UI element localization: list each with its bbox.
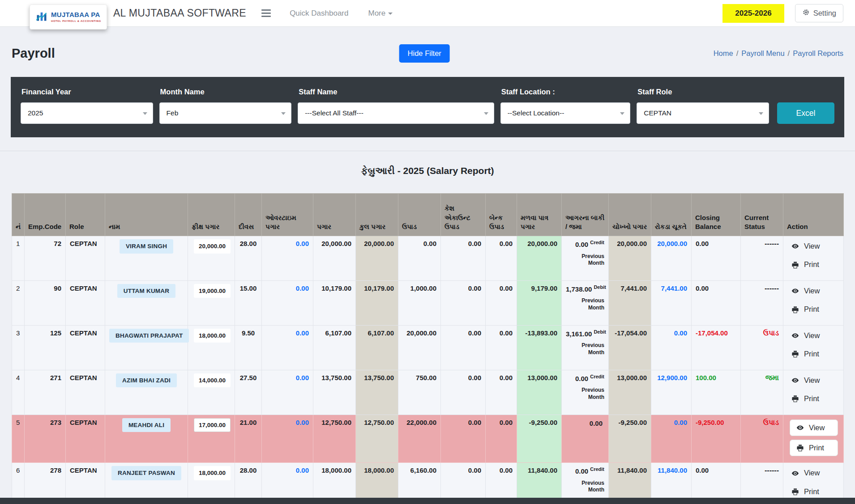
breadcrumb-payroll-menu[interactable]: Payroll Menu [741,49,784,57]
col-previous-balance: આગરના બાકી / જમા [562,194,609,236]
staff-location-label: Staff Location : [501,88,631,96]
table-row: 4 271 CEPTAN AZIM BHAI ZADI 14,000.00 27… [12,370,844,415]
table-row: 3 125 CEPTAN BHAGWATI PRAJAPAT 18,000.00… [12,325,844,370]
previous-amount: 0.00 [575,241,588,248]
cell-closing-balance: 0.00 [692,236,741,281]
staff-role-select[interactable]: CEPTAN [637,102,769,124]
view-label: View [804,331,820,340]
cell-cash-withdraw: 0.00 [441,236,486,281]
section-divider [0,151,855,151]
cell-bank-withdraw: 0.00 [486,280,517,325]
view-button[interactable]: View [790,330,821,341]
cell-payable: 20,000.00 [517,236,562,281]
excel-export-button[interactable]: Excel [777,102,834,124]
cell-no: 5 [12,415,25,463]
logo-subtitle: HOTEL PAYROLL & ACCOUNTING [51,20,101,23]
print-button[interactable]: Print [790,440,838,456]
cell-payable: 9,179.00 [517,280,562,325]
previous-type: Debit [594,329,606,335]
cell-total-salary: 6,107.00 [356,325,398,370]
fixed-salary-chip: 18,000.00 [194,329,231,343]
cell-net-salary: -9,250.00 [609,415,651,463]
cell-bank-withdraw: 0.00 [486,415,517,463]
cell-overtime: 0.00 [262,370,313,415]
cell-payable: -9,250.00 [517,415,562,463]
previous-amount: 1,738.00 [566,285,592,293]
view-label: View [809,423,825,432]
col-overtime: ઓવરટાઇમ પગાર [262,194,313,236]
cell-action: View Print [783,236,844,281]
cell-overtime: 0.00 [262,280,313,325]
table-header-row: નં Emp.Code Role નામ ફીક્ષ પગાર દીવસ ઓવર… [12,194,844,236]
cell-emp-code: 125 [25,325,66,370]
cell-overtime: 0.00 [262,415,313,463]
print-button[interactable]: Print [790,304,821,315]
print-button[interactable]: Print [790,486,821,497]
cell-withdraw: 1,000.00 [398,280,441,325]
cell-role: CEPTAN [66,325,105,370]
fixed-salary-chip: 19,000.00 [194,284,231,298]
cell-emp-code: 72 [25,236,66,281]
print-button[interactable]: Print [790,393,821,404]
previous-type: Credit [590,374,604,379]
cell-net-salary: -17,054.00 [609,325,651,370]
previous-note: Previous Month [566,253,604,267]
table-row: 1 72 CEPTAN VIRAM SINGH 20,000.00 28.00 … [12,236,844,281]
cell-previous-balance: 1,738.00Debit Previous Month [562,280,609,325]
staff-name-select[interactable]: ---Select All Staff--- [298,102,494,124]
nav-more-dropdown[interactable]: More [368,9,393,18]
col-withdraw: ઉપાડ [398,194,441,236]
fixed-salary-chip: 18,000.00 [194,466,231,480]
view-button[interactable]: View [790,241,821,252]
view-button[interactable]: View [790,467,821,479]
print-label: Print [804,394,819,403]
cell-no: 1 [12,236,25,281]
cell-withdraw: 22,000.00 [398,415,441,463]
view-button[interactable]: View [790,285,821,296]
nav-quick-dashboard[interactable]: Quick Dashboard [290,9,348,18]
breadcrumb-payroll-reports[interactable]: Payroll Reports [793,49,843,57]
fixed-salary-chip: 20,000.00 [194,239,231,254]
col-payable: મળવા પાત્ર પગાર [517,194,562,236]
hamburger-menu-icon[interactable] [261,9,271,17]
print-label: Print [804,305,819,314]
previous-type: Credit [590,240,604,245]
print-button[interactable]: Print [790,348,821,360]
breadcrumb-home[interactable]: Home [714,49,733,57]
col-name: નામ [105,194,188,236]
cell-emp-code: 90 [25,280,66,325]
financial-year-select[interactable]: 2025 [21,102,153,124]
breadcrumb-separator: / [788,49,790,57]
cell-overtime: 0.00 [262,236,313,281]
cell-action: View Print [783,415,844,463]
month-name-select[interactable]: Feb [159,102,292,124]
cell-closing-balance: 0.00 [692,280,741,325]
cell-role: CEPTAN [66,236,105,281]
cell-name: VIRAM SINGH [105,236,188,281]
cell-fixed-salary: 14,000.00 [188,370,235,415]
cell-withdraw: 0.00 [398,236,441,281]
cell-name: MEAHDI ALI [105,415,188,463]
staff-location-select[interactable]: --Select Location-- [500,102,631,124]
col-total-salary: કુલ પગાર [356,194,398,236]
view-button[interactable]: View [790,419,838,436]
cell-current-status: ------ [741,236,783,281]
previous-amount: 0.00 [590,419,603,427]
print-button[interactable]: Print [790,259,821,270]
previous-amount: 0.00 [575,375,588,382]
salary-report-table: નં Emp.Code Role નામ ફીક્ષ પગાર દીવસ ઓવર… [12,193,844,504]
cell-cash-withdraw: 0.00 [441,370,486,415]
view-button[interactable]: View [790,375,821,386]
page-title: Payroll [12,46,55,61]
setting-button[interactable]: Setting [795,4,843,22]
cell-salary: 12,750.00 [313,415,356,463]
col-emp-code: Emp.Code [25,194,66,236]
financial-year-badge: 2025-2026 [722,4,784,23]
hide-filter-button[interactable]: Hide Filter [399,44,450,63]
app-logo[interactable]: MUJTABAA PA HOTEL PAYROLL & ACCOUNTING [30,4,107,30]
top-navbar: MUJTABAA PA HOTEL PAYROLL & ACCOUNTING A… [0,0,855,27]
cell-cash-withdraw: 0.00 [441,280,486,325]
previous-type: Debit [594,284,606,290]
employee-name-chip: MEAHDI ALI [122,418,171,432]
view-label: View [804,286,820,296]
